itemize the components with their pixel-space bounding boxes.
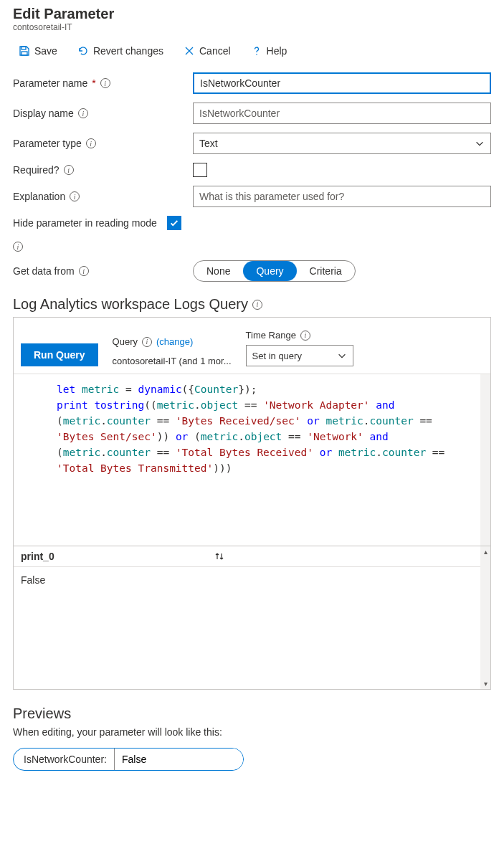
get-data-label: Get data from i bbox=[13, 265, 189, 277]
time-range-value: Set in query bbox=[252, 351, 302, 361]
svg-point-2 bbox=[256, 54, 257, 55]
query-results: print_0 False ▴ ▾ bbox=[14, 546, 490, 689]
help-label: Help bbox=[267, 45, 287, 57]
info-icon[interactable]: i bbox=[70, 191, 80, 201]
cancel-icon bbox=[184, 45, 195, 57]
revert-label: Revert changes bbox=[93, 45, 163, 57]
time-range-label: Time Range i bbox=[246, 330, 353, 341]
query-panel: Run Query Query i (change) contosoretail… bbox=[13, 317, 491, 690]
scroll-up-icon[interactable]: ▴ bbox=[482, 546, 489, 557]
save-button[interactable]: Save bbox=[13, 42, 63, 60]
cancel-label: Cancel bbox=[199, 45, 231, 57]
param-type-select[interactable]: Text bbox=[193, 133, 491, 154]
editor-scrollbar[interactable] bbox=[480, 374, 490, 546]
sort-icon[interactable] bbox=[214, 551, 225, 561]
info-icon[interactable]: i bbox=[64, 165, 74, 175]
query-scope-label: Query i (change) bbox=[113, 336, 232, 347]
required-label: Required? i bbox=[13, 164, 189, 176]
save-label: Save bbox=[34, 45, 57, 57]
results-scrollbar[interactable]: ▴ ▾ bbox=[480, 546, 490, 689]
revert-button[interactable]: Revert changes bbox=[72, 42, 169, 60]
change-scope-link[interactable]: (change) bbox=[156, 336, 193, 347]
preview-description: When editing, your parameter will look l… bbox=[13, 726, 491, 738]
info-icon[interactable]: i bbox=[300, 331, 310, 341]
preview-param-label: IsNetworkCounter: bbox=[14, 754, 114, 765]
info-icon[interactable]: i bbox=[79, 266, 89, 276]
pill-criteria[interactable]: Criteria bbox=[297, 261, 355, 281]
query-editor[interactable]: let metric = dynamic({Counter});print to… bbox=[14, 374, 490, 546]
info-icon[interactable]: i bbox=[142, 337, 152, 347]
run-query-button[interactable]: Run Query bbox=[21, 343, 98, 366]
get-data-pillgroup: None Query Criteria bbox=[193, 260, 356, 282]
help-icon bbox=[251, 45, 262, 57]
param-name-label: Parameter name* i bbox=[13, 77, 189, 89]
info-icon[interactable]: i bbox=[252, 300, 262, 310]
scroll-down-icon[interactable]: ▾ bbox=[482, 678, 489, 689]
param-name-input[interactable] bbox=[193, 72, 491, 94]
hide-param-checkbox[interactable] bbox=[167, 216, 181, 230]
page-title: Edit Parameter bbox=[13, 6, 491, 22]
results-row: False bbox=[14, 567, 490, 593]
results-column-header[interactable]: print_0 bbox=[21, 551, 54, 562]
query-section-title: Log Analytics workspace Logs Query i bbox=[13, 296, 491, 313]
save-icon bbox=[19, 45, 30, 57]
explanation-input[interactable] bbox=[193, 186, 491, 207]
page-subtitle: contosoretail-IT bbox=[13, 22, 491, 32]
display-name-input[interactable] bbox=[193, 103, 491, 124]
pill-query[interactable]: Query bbox=[243, 261, 296, 281]
param-type-value: Text bbox=[199, 138, 218, 149]
query-scope-text: contosoretail-IT (and 1 mor... bbox=[113, 351, 232, 366]
chevron-down-icon bbox=[475, 138, 485, 148]
preview-title: Previews bbox=[13, 705, 491, 722]
info-icon[interactable]: i bbox=[100, 78, 110, 88]
info-icon[interactable]: i bbox=[13, 242, 23, 252]
chevron-down-icon bbox=[337, 351, 347, 361]
svg-rect-1 bbox=[22, 52, 27, 55]
svg-rect-0 bbox=[22, 47, 26, 49]
cancel-button[interactable]: Cancel bbox=[178, 42, 237, 60]
help-button[interactable]: Help bbox=[245, 42, 293, 60]
preview-parameter-pill[interactable]: IsNetworkCounter: bbox=[13, 748, 244, 771]
preview-param-input[interactable] bbox=[114, 749, 243, 770]
explanation-label: Explanation i bbox=[13, 191, 189, 202]
checkmark-icon bbox=[169, 218, 179, 228]
display-name-label: Display name i bbox=[13, 108, 189, 119]
pill-none[interactable]: None bbox=[194, 261, 243, 281]
time-range-select[interactable]: Set in query bbox=[246, 345, 353, 366]
revert-icon bbox=[77, 45, 89, 57]
info-icon[interactable]: i bbox=[78, 108, 88, 118]
hide-param-label: Hide parameter in reading mode bbox=[13, 217, 157, 229]
required-checkbox[interactable] bbox=[193, 163, 207, 177]
param-type-label: Parameter type i bbox=[13, 138, 189, 149]
info-icon[interactable]: i bbox=[86, 138, 96, 148]
